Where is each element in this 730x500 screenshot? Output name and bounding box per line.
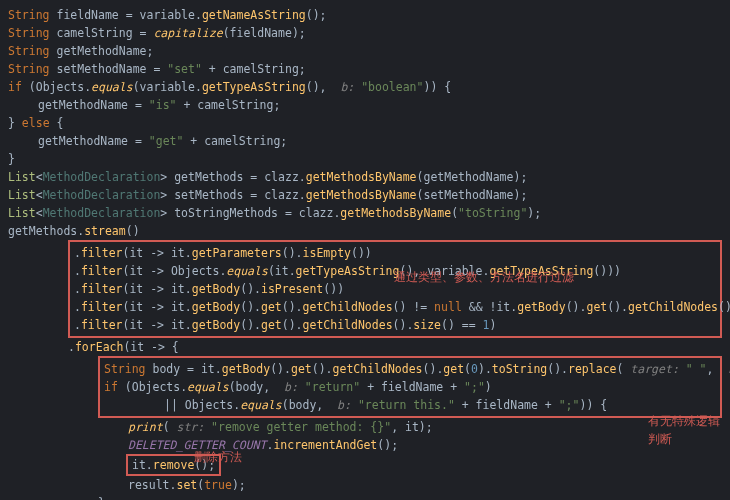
code-line: .filter(it -> it.getBody().get().getChil… bbox=[74, 316, 716, 334]
code-line: String fieldName = variable.getNameAsStr… bbox=[8, 6, 722, 24]
highlight-box-body: String body = it.getBody().get().getChil… bbox=[98, 356, 722, 418]
annotation-delete: 删除方法 bbox=[194, 448, 242, 466]
code-line: String body = it.getBody().get().getChil… bbox=[104, 360, 716, 378]
code-line: print( str: "remove getter method: {}", … bbox=[8, 418, 722, 436]
code-line: DELETED_GETTER_COUNT.incrementAndGet(); bbox=[8, 436, 722, 454]
code-line: List<MethodDeclaration> getMethods = cla… bbox=[8, 168, 722, 186]
annotation-filter: 通过类型、参数、方法名进行过滤 bbox=[394, 268, 574, 286]
code-line: List<MethodDeclaration> setMethods = cla… bbox=[8, 186, 722, 204]
code-line: getMethodName = "is" + camelString; bbox=[8, 96, 722, 114]
code-line: it.remove(); bbox=[8, 454, 722, 476]
code-line: String camelString = capitalize(fieldNam… bbox=[8, 24, 722, 42]
code-line: String setMethodName = "set" + camelStri… bbox=[8, 60, 722, 78]
code-line: List<MethodDeclaration> toStringMethods … bbox=[8, 204, 722, 222]
code-line: getMethodName = "get" + camelString; bbox=[8, 132, 722, 150]
code-editor[interactable]: String fieldName = variable.getNameAsStr… bbox=[8, 6, 722, 500]
code-line: .filter(it -> it.getBody().get().getChil… bbox=[74, 298, 716, 316]
annotation-logic: 有无特殊逻辑判断 bbox=[648, 412, 730, 448]
code-line: .forEach(it -> { bbox=[8, 338, 722, 356]
highlight-box-filters: .filter(it -> it.getParameters().isEmpty… bbox=[68, 240, 722, 338]
code-line: if (Objects.equals(body, b: "return" + f… bbox=[104, 378, 716, 396]
code-line: } else { bbox=[8, 114, 722, 132]
code-line: } bbox=[8, 494, 722, 500]
code-line: String getMethodName; bbox=[8, 42, 722, 60]
code-line: if (Objects.equals(variable.getTypeAsStr… bbox=[8, 78, 722, 96]
code-line: } bbox=[8, 150, 722, 168]
code-line: getMethods.stream() bbox=[8, 222, 722, 240]
code-line: .filter(it -> it.getParameters().isEmpty… bbox=[74, 244, 716, 262]
code-line: result.set(true); bbox=[8, 476, 722, 494]
code-line: || Objects.equals(body, b: "return this.… bbox=[104, 396, 716, 414]
